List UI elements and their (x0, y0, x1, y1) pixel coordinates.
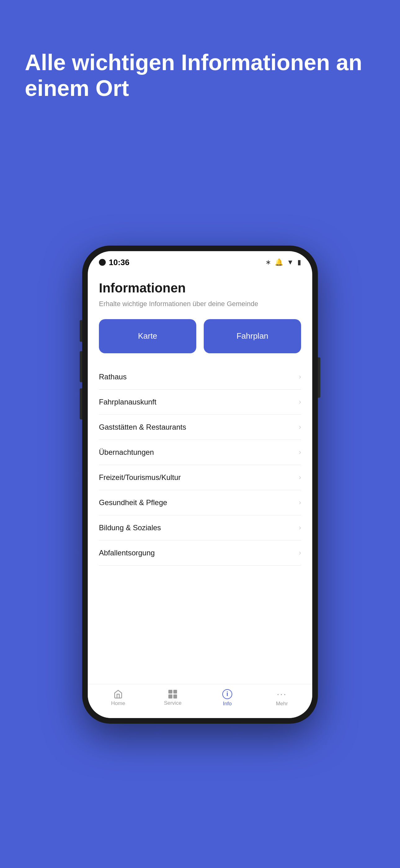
quick-actions-row: Karte Fahrplan (99, 319, 301, 353)
nav-info-label: Info (223, 701, 232, 707)
nav-mehr-label: Mehr (276, 701, 288, 707)
phone-button-volume-down (80, 351, 82, 382)
chevron-right-icon: › (299, 549, 301, 557)
list-item-abfall-label: Abfallentsorgung (99, 549, 155, 557)
nav-item-service[interactable]: Service (145, 690, 200, 706)
service-grid-icon (168, 690, 177, 699)
list-item-gaststatten-label: Gaststätten & Restaurants (99, 423, 186, 432)
app-content: Informationen Erhalte wichtige Informati… (88, 271, 312, 684)
fahrplan-button[interactable]: Fahrplan (204, 319, 301, 353)
phone-button-volume-up (80, 320, 82, 342)
phone-mockup: 10:36 ∗ 🔔 ▼ ▮ Informationen Erhalte wich… (0, 120, 400, 868)
status-bar: 10:36 ∗ 🔔 ▼ ▮ (88, 251, 312, 271)
home-icon (113, 689, 123, 699)
bluetooth-icon: ∗ (265, 258, 271, 266)
nav-home-label: Home (111, 700, 125, 707)
camera-icon (99, 259, 106, 266)
nav-service-label: Service (164, 700, 182, 706)
nav-item-home[interactable]: Home (91, 689, 145, 707)
nav-item-mehr[interactable]: ··· Mehr (255, 689, 309, 707)
status-icons: ∗ 🔔 ▼ ▮ (265, 258, 301, 266)
chevron-right-icon: › (299, 473, 301, 482)
list-item-fahrplanauskunft[interactable]: Fahrplanauskunft › (99, 390, 301, 415)
list-item-abfall[interactable]: Abfallentsorgung › (99, 540, 301, 566)
phone-screen: 10:36 ∗ 🔔 ▼ ▮ Informationen Erhalte wich… (88, 251, 312, 718)
phone-button-power (318, 357, 320, 398)
hero-section: Alle wichtigen Informationen an einem Or… (0, 0, 400, 120)
list-item-gesundheit[interactable]: Gesundheit & Pflege › (99, 490, 301, 515)
chevron-right-icon: › (299, 448, 301, 456)
chevron-right-icon: › (299, 398, 301, 406)
chevron-right-icon: › (299, 499, 301, 507)
list-item-ubernachtungen[interactable]: Übernachtungen › (99, 440, 301, 465)
list-item-bildung-label: Bildung & Soziales (99, 523, 161, 532)
karte-label: Karte (138, 331, 157, 341)
chevron-right-icon: › (299, 373, 301, 381)
list-item-ubernachtungen-label: Übernachtungen (99, 448, 154, 457)
chevron-right-icon: › (299, 524, 301, 532)
nav-item-info[interactable]: i Info (200, 689, 255, 707)
karte-button[interactable]: Karte (99, 319, 196, 353)
status-time-area: 10:36 (99, 258, 130, 267)
phone-button-mute (80, 389, 82, 420)
list-item-rathaus-label: Rathaus (99, 373, 127, 381)
fahrplan-label: Fahrplan (237, 331, 269, 341)
app-subtitle: Erhalte wichtige Informationen über dein… (99, 300, 301, 308)
phone-frame: 10:36 ∗ 🔔 ▼ ▮ Informationen Erhalte wich… (82, 246, 318, 724)
hero-title: Alle wichtigen Informationen an einem Or… (25, 50, 375, 101)
list-item-freizeit[interactable]: Freizeit/Tourismus/Kultur › (99, 465, 301, 490)
status-time: 10:36 (109, 258, 130, 267)
silent-icon: 🔔 (275, 258, 283, 266)
list-item-bildung[interactable]: Bildung & Soziales › (99, 515, 301, 540)
list-item-gaststatten[interactable]: Gaststätten & Restaurants › (99, 415, 301, 440)
bottom-nav: Home Service i Info (88, 684, 312, 718)
wifi-icon: ▼ (287, 258, 294, 266)
info-icon: i (222, 689, 232, 699)
list-item-freizeit-label: Freizeit/Tourismus/Kultur (99, 473, 181, 482)
list-item-rathaus[interactable]: Rathaus › (99, 365, 301, 390)
list-item-fahrplanauskunft-label: Fahrplanauskunft (99, 398, 156, 406)
battery-icon: ▮ (297, 258, 301, 266)
chevron-right-icon: › (299, 423, 301, 431)
mehr-dots-icon: ··· (277, 689, 287, 699)
info-list: Rathaus › Fahrplanauskunft › Gaststätten… (99, 365, 301, 684)
list-item-gesundheit-label: Gesundheit & Pflege (99, 498, 167, 507)
app-title: Informationen (99, 281, 301, 296)
